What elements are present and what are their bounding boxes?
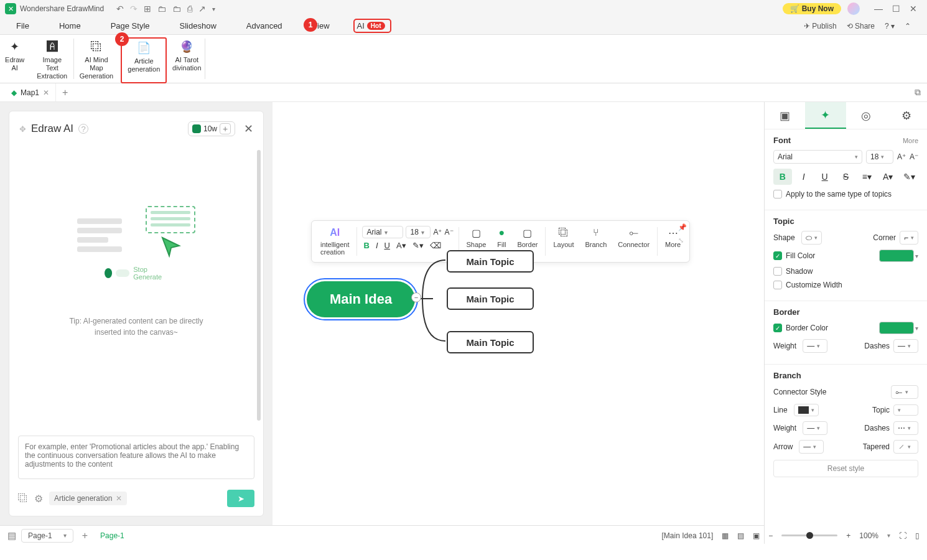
scrollbar[interactable] — [257, 150, 261, 421]
menu-ai-hot[interactable]: AI Hot — [353, 19, 391, 33]
branch-weight-select[interactable]: — ▾ — [803, 421, 827, 435]
font-increase-icon[interactable]: A⁺ — [433, 228, 442, 236]
menu-advanced[interactable]: Advanced — [246, 21, 282, 30]
node-topic-2[interactable]: Main Topic — [447, 287, 534, 310]
help-icon[interactable]: ? ▾ — [885, 22, 895, 30]
side-tab-page[interactable]: ▣ — [765, 102, 805, 129]
font-family-select[interactable]: Arial▾ — [362, 226, 403, 238]
move-icon[interactable]: ✥ — [19, 124, 26, 134]
tapered-select[interactable]: ⟋ ▾ — [893, 440, 918, 454]
buy-now-button[interactable]: 🛒 Buy Now — [783, 3, 841, 14]
dropdown-icon[interactable]: ▾ — [212, 6, 215, 12]
connector-button[interactable]: ⟜Connector — [613, 225, 654, 251]
undo-icon[interactable]: ↶ — [116, 4, 124, 14]
print-icon[interactable]: ⎙ — [187, 4, 192, 14]
layout-button[interactable]: ⿻Layout — [548, 225, 579, 251]
page-select[interactable]: Page-1▾ — [21, 529, 73, 543]
minimize-icon[interactable]: — — [870, 4, 887, 14]
shape-select[interactable]: ⬭ ▾ — [801, 231, 822, 245]
token-counter[interactable]: 10w + — [188, 121, 235, 136]
branch-dashes-select[interactable]: ⋯ ▾ — [893, 421, 918, 435]
menu-file[interactable]: File — [16, 21, 29, 30]
zoom-slider[interactable] — [781, 534, 837, 536]
panels-icon[interactable]: ▯ — [915, 531, 920, 540]
user-avatar[interactable] — [847, 2, 860, 15]
font-size-select[interactable]: 18▾ — [866, 150, 893, 164]
underline-button[interactable]: U — [384, 241, 390, 250]
node-topic-1[interactable]: Main Topic — [447, 250, 534, 273]
italic-button[interactable]: I — [376, 241, 378, 250]
new-tab-button[interactable]: + — [56, 87, 74, 98]
close-icon[interactable]: ✕ — [905, 4, 922, 14]
node-main-idea[interactable]: Main Idea — [307, 281, 415, 317]
bold-button[interactable]: B — [773, 169, 792, 185]
italic-button[interactable]: I — [794, 169, 813, 185]
side-tab-settings[interactable]: ⚙ — [887, 102, 927, 129]
border-weight-select[interactable]: — ▾ — [803, 339, 827, 353]
insert-icon[interactable]: ⿻ — [18, 493, 28, 504]
ribbon-article-gen[interactable]: 📄Article generation — [121, 37, 167, 83]
border-dashes-select[interactable]: — ▾ — [893, 339, 918, 353]
menu-home[interactable]: Home — [59, 21, 81, 30]
arrow-select[interactable]: — ▾ — [799, 440, 824, 454]
tabs-expand-icon[interactable]: ⧉ — [915, 87, 927, 98]
fill-checkbox[interactable]: ✓ — [773, 251, 782, 260]
shape-button[interactable]: ▢Shape — [462, 225, 491, 251]
color-button[interactable]: A▾ — [878, 169, 897, 185]
font-size-select[interactable]: 18▾ — [406, 226, 431, 238]
collapse-ribbon-icon[interactable]: ⌃ — [905, 22, 911, 30]
font-decrease-icon[interactable]: A⁻ — [445, 228, 454, 236]
fill-button[interactable]: ●Fill — [492, 225, 511, 251]
highlight-button[interactable]: ✎▾ — [900, 169, 918, 185]
node-topic-3[interactable]: Main Topic — [447, 331, 534, 353]
strike-button[interactable]: S — [837, 169, 855, 185]
publish-button[interactable]: ✈ Publish — [804, 22, 837, 30]
menu-slideshow[interactable]: Slideshow — [180, 21, 217, 30]
redo-icon[interactable]: ↷ — [130, 4, 137, 14]
expand-icon[interactable]: ⤡ — [678, 236, 687, 245]
add-page-button[interactable]: + — [82, 530, 88, 541]
ribbon-edraw-ai[interactable]: ✦Edraw AI — [0, 37, 30, 83]
zoom-in-icon[interactable]: + — [846, 531, 850, 540]
view-list-icon[interactable]: ▤ — [737, 531, 744, 540]
topic-select[interactable]: ▾ — [893, 404, 918, 416]
ribbon-tarot[interactable]: 🔮AI Tarot divination — [167, 37, 207, 83]
font-color-button[interactable]: A▾ — [396, 241, 406, 250]
stop-generate[interactable]: Stop Generate — [105, 266, 168, 281]
canvas[interactable]: AIintelligent creation Arial▾ 18▾ A⁺ A⁻ … — [273, 102, 764, 525]
font-shrink-icon[interactable]: A⁻ — [910, 152, 918, 161]
apply-same-checkbox[interactable] — [773, 190, 782, 198]
font-grow-icon[interactable]: A⁺ — [897, 152, 906, 161]
align-button[interactable]: ≡▾ — [857, 169, 876, 185]
mode-chip[interactable]: Article generation✕ — [49, 492, 127, 505]
border-color-checkbox[interactable]: ✓ — [773, 324, 782, 332]
open-icon[interactable]: 🗀 — [157, 4, 166, 14]
maximize-icon[interactable]: ☐ — [887, 4, 905, 14]
collapse-handle[interactable]: − — [411, 292, 421, 302]
side-tab-style[interactable]: ✦ — [805, 102, 845, 129]
ribbon-mind-map[interactable]: ⿻AI Mind Map Generation — [72, 37, 121, 83]
pin-icon[interactable]: 📌 — [678, 223, 687, 231]
new-icon[interactable]: ⊞ — [144, 4, 151, 14]
conn-style-select[interactable]: ⟜ ▾ — [891, 385, 918, 399]
shadow-checkbox[interactable] — [773, 267, 782, 276]
token-add-button[interactable]: + — [220, 123, 231, 134]
fit-icon[interactable]: ▣ — [753, 531, 760, 540]
panel-close-icon[interactable]: ✕ — [244, 122, 253, 136]
export-icon[interactable]: ↗ — [198, 4, 206, 14]
font-more-link[interactable]: More — [903, 137, 918, 144]
tab-map1[interactable]: ◆ Map1 ✕ — [5, 83, 56, 101]
fill-color-swatch[interactable] — [879, 250, 914, 262]
page-tab-1[interactable]: Page-1 — [100, 531, 124, 540]
border-button[interactable]: ▢Border — [512, 225, 543, 251]
underline-button[interactable]: U — [816, 169, 834, 185]
settings-icon[interactable]: ⚙ — [34, 493, 43, 505]
side-tab-map[interactable]: ◎ — [846, 102, 887, 129]
border-color-swatch[interactable] — [879, 322, 914, 334]
fullscreen-icon[interactable]: ⛶ — [899, 531, 906, 540]
outline-icon[interactable]: ▤ — [7, 530, 16, 541]
corner-select[interactable]: ⌐ ▾ — [900, 231, 918, 245]
save-icon[interactable]: 🗀 — [172, 4, 181, 14]
font-family-select[interactable]: Arial▾ — [773, 150, 862, 164]
view-grid-icon[interactable]: ▦ — [722, 531, 729, 540]
